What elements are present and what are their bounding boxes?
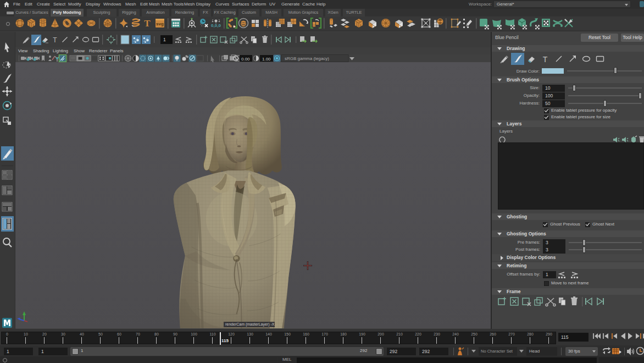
svg-text:T: T xyxy=(144,18,151,29)
svg-text:T: T xyxy=(543,55,548,64)
svg-text:svg: svg xyxy=(156,21,164,26)
svg-text:0,0,0: 0,0,0 xyxy=(211,23,221,28)
svg-text:0.00: 0.00 xyxy=(241,57,250,62)
svg-text:T: T xyxy=(53,36,57,44)
svg-text:sRGB gamma (legacy): sRGB gamma (legacy) xyxy=(285,56,329,61)
svg-text:1.00: 1.00 xyxy=(262,57,271,62)
svg-text:1: 1 xyxy=(163,37,166,42)
